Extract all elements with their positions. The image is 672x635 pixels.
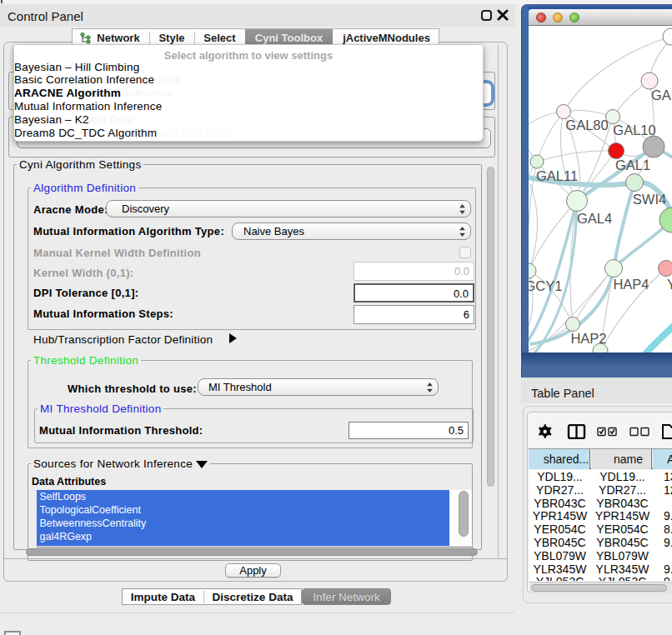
svg-text:GAL4: GAL4 <box>577 211 612 226</box>
svg-text:GAL10: GAL10 <box>613 122 655 138</box>
svg-text:YD: YD <box>667 277 672 292</box>
svg-text:GAL1: GAL1 <box>615 158 650 172</box>
svg-text:HAP2: HAP2 <box>570 331 606 346</box>
svg-text:GCY1: GCY1 <box>529 278 562 293</box>
svg-text:GAL11: GAL11 <box>536 168 578 183</box>
svg-text:GAL7: GAL7 <box>651 88 672 102</box>
svg-text:HAP4: HAP4 <box>613 277 649 292</box>
svg-text:SWI4: SWI4 <box>633 192 666 207</box>
svg-text:GAL80: GAL80 <box>565 118 608 132</box>
